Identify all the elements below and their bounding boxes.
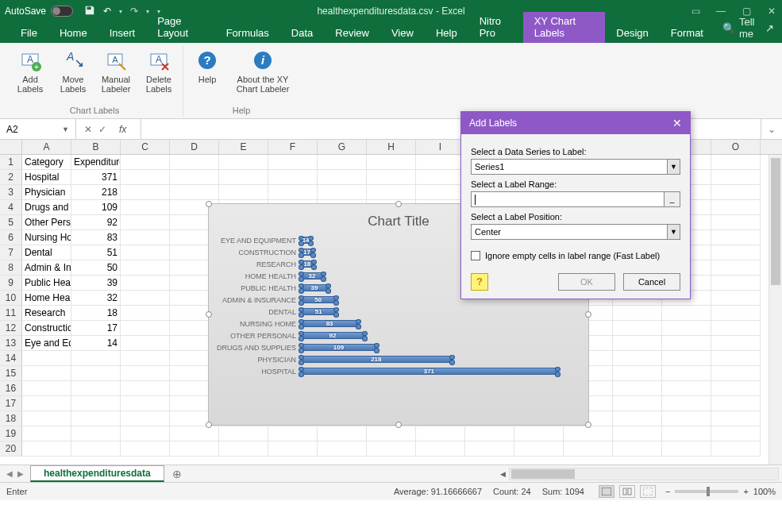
cell[interactable] bbox=[121, 381, 170, 396]
cell[interactable] bbox=[662, 381, 711, 396]
cell[interactable] bbox=[121, 441, 170, 457]
resize-handle[interactable] bbox=[206, 422, 212, 428]
cell[interactable] bbox=[71, 411, 121, 426]
chevron-down-icon[interactable]: ▾ bbox=[119, 8, 122, 15]
cell[interactable] bbox=[711, 245, 761, 260]
cell[interactable]: Construction bbox=[22, 321, 71, 336]
cell[interactable] bbox=[22, 396, 71, 411]
cell[interactable]: 83 bbox=[71, 230, 121, 245]
cell[interactable]: 14 bbox=[71, 336, 121, 351]
row-header[interactable]: 2 bbox=[0, 170, 22, 185]
manual-labeler-button[interactable]: A ManualLabeler bbox=[97, 46, 135, 94]
cell[interactable] bbox=[121, 306, 170, 321]
chart-bar[interactable]: 18 bbox=[301, 260, 314, 268]
cell[interactable] bbox=[711, 200, 761, 215]
cell[interactable] bbox=[662, 396, 711, 411]
cell[interactable] bbox=[121, 321, 170, 336]
range-picker-icon[interactable]: _ bbox=[665, 191, 680, 207]
row-header[interactable]: 14 bbox=[0, 351, 22, 366]
select-all-corner[interactable] bbox=[0, 140, 22, 154]
cell[interactable] bbox=[662, 426, 711, 441]
row-header[interactable]: 12 bbox=[0, 321, 22, 336]
cell[interactable] bbox=[514, 441, 564, 457]
dialog-titlebar[interactable]: Add Labels ✕ bbox=[461, 112, 690, 134]
move-labels-button[interactable]: A↘ MoveLabels bbox=[54, 46, 92, 94]
chart-bar[interactable]: 109 bbox=[301, 344, 376, 351]
col-header[interactable]: E bbox=[219, 140, 268, 154]
dialog-help-button[interactable]: ? bbox=[471, 273, 488, 291]
maximize-button[interactable]: ▢ bbox=[741, 6, 752, 17]
cell[interactable] bbox=[711, 366, 761, 381]
cell[interactable] bbox=[318, 441, 367, 457]
cell[interactable] bbox=[662, 411, 711, 426]
cell[interactable] bbox=[367, 155, 416, 170]
chevron-down-icon[interactable]: ▼ bbox=[667, 160, 680, 174]
undo-icon[interactable]: ↶ bbox=[103, 6, 111, 17]
cell[interactable] bbox=[219, 170, 268, 185]
sheet-nav-arrows[interactable]: ◀▶ bbox=[0, 469, 30, 478]
chart-bar-row[interactable]: OTHER PERSONAL92 bbox=[214, 330, 577, 341]
row-header[interactable]: 19 bbox=[0, 426, 22, 441]
zoom-slider[interactable] bbox=[675, 490, 738, 493]
cell[interactable] bbox=[121, 351, 170, 366]
cell[interactable] bbox=[662, 441, 711, 457]
col-header[interactable]: H bbox=[367, 140, 416, 154]
row-header[interactable]: 3 bbox=[0, 185, 22, 200]
cell[interactable] bbox=[121, 366, 170, 381]
col-header[interactable]: O bbox=[711, 140, 761, 154]
tab-formulas[interactable]: Formulas bbox=[215, 24, 280, 43]
cell[interactable] bbox=[711, 170, 761, 185]
checkbox-icon[interactable] bbox=[471, 251, 480, 260]
cell[interactable] bbox=[170, 155, 219, 170]
scroll-left-icon[interactable]: ◀ bbox=[500, 468, 506, 480]
cell[interactable] bbox=[711, 306, 761, 321]
cell[interactable]: 17 bbox=[71, 321, 121, 336]
tab-xy-chart-labels[interactable]: XY Chart Labels bbox=[523, 12, 606, 43]
cell[interactable] bbox=[367, 170, 416, 185]
tab-page-layout[interactable]: Page Layout bbox=[146, 12, 214, 43]
chart-bar-row[interactable]: DENTAL51 bbox=[214, 306, 577, 318]
cell[interactable] bbox=[121, 426, 170, 441]
tell-me-search[interactable]: 🔍 Tell me bbox=[722, 16, 759, 40]
resize-handle[interactable] bbox=[585, 311, 591, 318]
label-range-input[interactable] bbox=[471, 191, 665, 207]
cell[interactable] bbox=[711, 351, 761, 366]
resize-handle[interactable] bbox=[206, 201, 212, 207]
row-header[interactable]: 18 bbox=[0, 411, 22, 426]
cell[interactable] bbox=[367, 441, 416, 457]
cell[interactable] bbox=[711, 276, 761, 291]
cell[interactable] bbox=[416, 170, 465, 185]
scrollbar-thumb[interactable] bbox=[771, 158, 780, 285]
cell[interactable] bbox=[121, 276, 170, 291]
cell[interactable] bbox=[268, 426, 318, 441]
cell[interactable] bbox=[318, 185, 367, 200]
cell[interactable] bbox=[22, 381, 71, 396]
row-header[interactable]: 8 bbox=[0, 260, 22, 276]
cell[interactable] bbox=[711, 215, 761, 230]
cell[interactable] bbox=[613, 321, 662, 336]
tab-review[interactable]: Review bbox=[324, 24, 380, 43]
cell[interactable]: Eye and Equipment bbox=[22, 336, 71, 351]
cell[interactable] bbox=[121, 185, 170, 200]
horizontal-scrollbar[interactable]: ◀ ▶ bbox=[509, 468, 779, 480]
row-header[interactable]: 11 bbox=[0, 306, 22, 321]
cell[interactable] bbox=[121, 245, 170, 260]
cell[interactable] bbox=[121, 260, 170, 276]
help-button[interactable]: ? Help bbox=[188, 46, 226, 94]
ignore-empty-checkbox[interactable]: Ignore empty cells in label range (Fast … bbox=[471, 251, 680, 260]
cell[interactable] bbox=[613, 441, 662, 457]
chart-bar-row[interactable]: DRUGS AND SUPPLIES109 bbox=[214, 341, 577, 353]
cell[interactable] bbox=[219, 426, 268, 441]
cell[interactable] bbox=[662, 351, 711, 366]
cell[interactable] bbox=[318, 170, 367, 185]
cell[interactable]: Public Health bbox=[22, 276, 71, 291]
tab-file[interactable]: File bbox=[10, 24, 48, 43]
cell[interactable] bbox=[71, 366, 121, 381]
tab-insert[interactable]: Insert bbox=[98, 24, 147, 43]
tab-help[interactable]: Help bbox=[425, 24, 468, 43]
chart-bar[interactable]: 17 bbox=[301, 249, 313, 256]
cell[interactable]: Physician bbox=[22, 185, 71, 200]
cell[interactable] bbox=[711, 411, 761, 426]
cell[interactable] bbox=[514, 426, 564, 441]
cell[interactable] bbox=[268, 441, 318, 457]
